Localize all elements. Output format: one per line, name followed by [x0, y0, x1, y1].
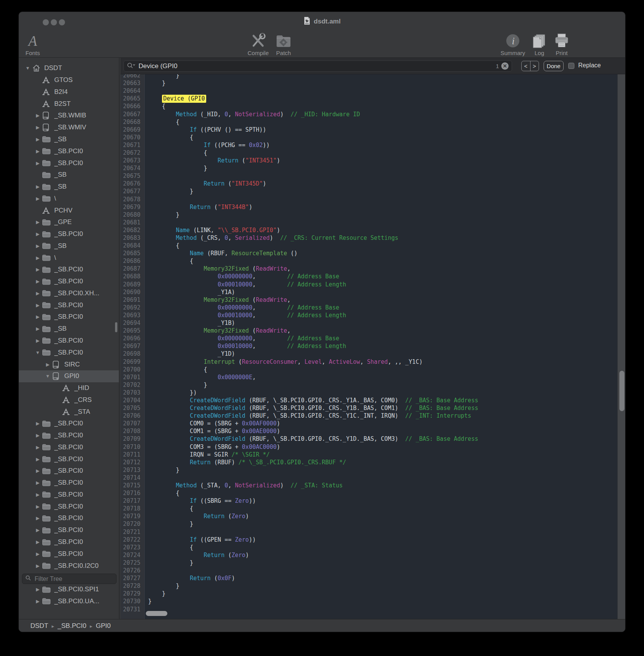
code-line[interactable]: 20702 } — [120, 381, 626, 389]
code-line[interactable]: 20684 { — [120, 242, 626, 249]
code-line[interactable]: 20679 Return ("INT344B") — [120, 203, 626, 211]
code-line[interactable]: 20731 — [120, 605, 626, 613]
sidebar-item-gpi0[interactable]: ▼GPI0 — [19, 370, 119, 382]
find-input[interactable] — [138, 62, 494, 70]
sidebar-item-sb[interactable]: ▶_SB — [19, 323, 119, 335]
code-line[interactable]: 20665 Device (GPI0 — [120, 95, 626, 102]
sidebar-item-[interactable]: ▶\ — [19, 252, 119, 264]
code-line[interactable]: 20677 } — [120, 187, 626, 195]
sidebar-scrollbar-thumb[interactable] — [115, 322, 117, 332]
sidebar-item-sb[interactable]: ▶_SB — [19, 240, 119, 252]
code-line[interactable]: 20706 CreateDWordField (RBUF, \_SB.PCI0.… — [120, 412, 626, 420]
code-line[interactable]: 20719 Return (Zero) — [120, 512, 626, 520]
breadcrumb-item-gpi0[interactable]: GPI0 — [96, 622, 111, 630]
code-line[interactable]: 20689 0x00010000, // Address Length — [120, 281, 626, 288]
print-button[interactable]: Print — [552, 30, 572, 56]
code-line[interactable]: 20676 Return ("INT345D") — [120, 180, 626, 187]
log-button[interactable]: Log — [530, 30, 549, 56]
fonts-button[interactable]: A Fonts — [22, 30, 43, 56]
disclosure-triangle-icon[interactable]: ▶ — [33, 196, 42, 201]
disclosure-triangle-icon[interactable]: ▶ — [33, 255, 42, 261]
code-line[interactable]: 20682 Name (LINK, "\\_SB.PCI0.GPI0") — [120, 226, 626, 234]
code-line[interactable]: 20704 CreateDWordField (RBUF, \_SB.PCI0.… — [120, 397, 626, 404]
code-line[interactable]: 20663 } — [120, 79, 626, 87]
disclosure-triangle-icon[interactable]: ▶ — [33, 551, 42, 557]
sidebar-item-crs[interactable]: _CRS — [19, 394, 119, 406]
code-line[interactable]: 20701 0x0000000E, — [120, 373, 626, 381]
disclosure-triangle-icon[interactable]: ▶ — [33, 539, 42, 545]
sidebar-item-sbpci0[interactable]: ▶_SB.PCI0 — [19, 430, 119, 442]
code-line[interactable]: 20693 0x00010000, // Address Length — [120, 311, 626, 319]
code-line[interactable]: 20673 Return ("INT3451") — [120, 157, 626, 164]
sidebar-item-sbpci0[interactable]: ▶_SB.PCI0 — [19, 536, 119, 548]
patch-button[interactable]: Patch — [273, 30, 294, 56]
filter-tree-input[interactable] — [34, 575, 115, 583]
disclosure-triangle-icon[interactable]: ▶ — [33, 219, 42, 225]
code-line[interactable]: 20703 }) — [120, 389, 626, 397]
disclosure-triangle-icon[interactable]: ▶ — [33, 303, 42, 308]
code-line[interactable]: 20669 If ((PCHV () == SPTH)) — [120, 126, 626, 134]
sidebar-item-sbpci0[interactable]: ▶_SB.PCI0 — [19, 548, 119, 560]
sidebar-item-sbpci0[interactable]: ▶_SB.PCI0 — [19, 264, 119, 276]
code-line[interactable]: 20670 { — [120, 134, 626, 141]
code-line[interactable]: 20675 — [120, 172, 626, 180]
sidebar-item-sbpci0[interactable]: ▶_SB.PCI0 — [19, 299, 119, 311]
disclosure-triangle-icon[interactable]: ▶ — [33, 243, 42, 249]
code-line[interactable]: 20662 } — [120, 74, 626, 79]
code-line[interactable]: 20685 Name (RBUF, ResourceTemplate () — [120, 249, 626, 257]
find-field[interactable]: 1 ✕ — [123, 60, 512, 72]
sidebar-item-sbwmiv[interactable]: ▶_SB.WMIV — [19, 122, 119, 134]
disclosure-triangle-icon[interactable]: ▶ — [33, 445, 42, 450]
code-line[interactable]: 20722 If ((GPEN == Zero)) — [120, 536, 626, 544]
code-line[interactable]: 20716 { — [120, 489, 626, 497]
code-line[interactable]: 20725 } — [120, 559, 626, 567]
code-line[interactable]: 20712 Return (RBUF) /* \_SB_.PCI0.GPI0._… — [120, 459, 626, 466]
code-line[interactable]: 20705 CreateDWordField (RBUF, \_SB.PCI0.… — [120, 404, 626, 412]
summary-button[interactable]: i Summary — [497, 30, 528, 56]
code-line[interactable]: 20709 CreateDWordField (RBUF, \_SB.PCI0.… — [120, 435, 626, 443]
sidebar-item-sirc[interactable]: ▶SIRC — [19, 358, 119, 370]
code-line[interactable]: 20729 } — [120, 590, 626, 597]
disclosure-triangle-icon[interactable]: ▶ — [33, 267, 42, 272]
code-line[interactable]: 20696 0x00000000, // Address Base — [120, 335, 626, 342]
disclosure-triangle-icon[interactable]: ▶ — [33, 149, 42, 154]
sidebar-item-sbpci0i2c0[interactable]: ▶_SB.PCI0.I2C0 — [19, 560, 119, 572]
code-line[interactable]: 20678 — [120, 196, 626, 203]
code-line[interactable]: 20710 COM3 = (SBRG + 0x00AC0000) — [120, 443, 626, 451]
code-line[interactable]: 20713 } — [120, 466, 626, 474]
disclosure-triangle-icon[interactable]: ▶ — [33, 338, 42, 343]
code-line[interactable]: 20699 Interrupt (ResourceConsumer, Level… — [120, 358, 626, 365]
code-line[interactable]: 20717 If ((SBRG == Zero)) — [120, 497, 626, 505]
vertical-scrollbar[interactable] — [617, 74, 626, 619]
disclosure-triangle-icon[interactable]: ▶ — [33, 161, 42, 166]
sidebar-item-sbpci0xh[interactable]: ▶_SB.PCI0.XH... — [19, 288, 119, 300]
compile-button[interactable]: Compile — [245, 30, 271, 56]
code-line[interactable]: 20711 IRQN = SGIR /* \SGIR */ — [120, 451, 626, 459]
code-line[interactable]: 20715 Method (_STA, 0, NotSerialized) //… — [120, 482, 626, 489]
sidebar-item-gtos[interactable]: GTOS — [19, 74, 119, 86]
sidebar-item-b2st[interactable]: B2ST — [19, 98, 119, 110]
code-line[interactable]: 20668 { — [120, 118, 626, 126]
disclosure-triangle-icon[interactable]: ▶ — [33, 563, 42, 569]
sidebar-item-sbpci0[interactable]: ▶_SB.PCI0 — [19, 442, 119, 454]
sidebar-item-sb[interactable]: ▶_SB — [19, 181, 119, 193]
sidebar-item-sb[interactable]: _SB — [19, 169, 119, 181]
sidebar-item-sbpci0[interactable]: ▶_SB.PCI0 — [19, 500, 119, 512]
code-line[interactable]: 20714 — [120, 474, 626, 482]
code-line[interactable]: 20666 { — [120, 102, 626, 110]
disclosure-triangle-icon[interactable]: ▼ — [33, 350, 42, 355]
code-line[interactable]: 20707 COM0 = (SBRG + 0x00AF0000) — [120, 420, 626, 427]
replace-checkbox[interactable] — [568, 63, 574, 69]
code-line[interactable]: 20686 { — [120, 257, 626, 265]
disclosure-triangle-icon[interactable]: ▶ — [33, 599, 42, 604]
code-line[interactable]: 20728 } — [120, 582, 626, 590]
code-line[interactable]: 20692 0x00000000, // Address Base — [120, 304, 626, 311]
disclosure-triangle-icon[interactable]: ▶ — [43, 362, 52, 367]
sidebar-item-sbpci0[interactable]: ▶_SB.PCI0 — [19, 418, 119, 430]
code-line[interactable]: 20681 — [120, 219, 626, 226]
disclosure-triangle-icon[interactable]: ▶ — [33, 504, 42, 509]
filter-tree-field[interactable] — [22, 574, 117, 584]
disclosure-triangle-icon[interactable]: ▶ — [33, 137, 42, 142]
code-line[interactable]: 20720 } — [120, 520, 626, 528]
code-line[interactable]: 20721 — [120, 528, 626, 536]
